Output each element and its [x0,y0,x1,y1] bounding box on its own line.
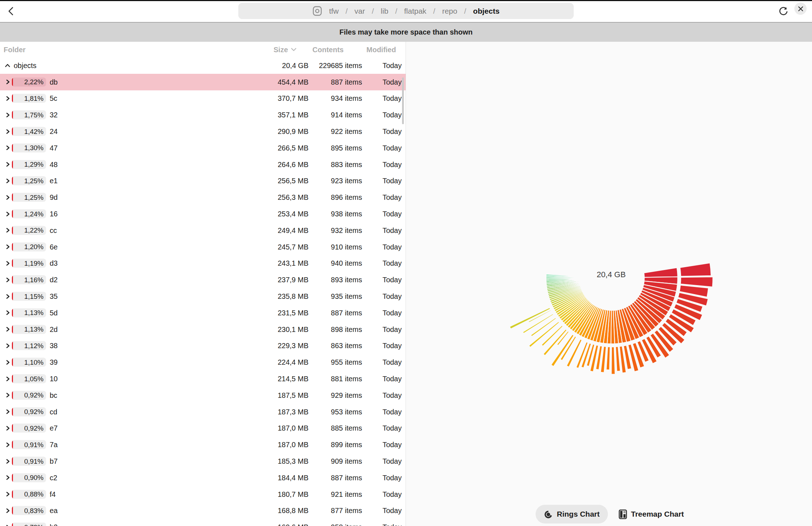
table-row-c2[interactable]: 0,90%c2184,4 MB887 itemsToday [0,469,406,486]
expand-icon[interactable] [4,193,12,201]
expand-icon[interactable] [4,474,12,482]
folder-modified: Today [383,111,402,119]
percent-value: 0,92% [24,391,44,399]
table-row-39[interactable]: 1,10%39224,4 MB955 itemsToday [0,354,406,370]
ring-child-segment-e7[interactable] [611,347,615,374]
column-header-modified[interactable]: Modified [366,45,396,54]
expand-icon[interactable] [4,523,12,526]
column-header-folder[interactable]: Folder [4,45,26,54]
reload-button[interactable] [775,3,791,19]
ring-child-segment-db[interactable] [680,263,711,277]
expand-icon[interactable] [4,424,12,432]
folder-name: 5d [50,309,58,317]
table-row-cc[interactable]: 1,22%cc249,4 MB932 itemsToday [0,222,406,239]
table-row-b3[interactable]: 0,79%b3160,6 MB958 itemsToday [0,519,406,526]
expand-icon[interactable] [4,259,12,267]
table-row-e1[interactable]: 1,25%e1256,5 MB923 itemsToday [0,173,406,189]
close-button[interactable] [794,3,807,15]
ring-child-segment-7a[interactable] [606,347,610,370]
expand-icon[interactable] [4,144,12,152]
table-row-f4[interactable]: 0,88%f4180,7 MB921 itemsToday [0,486,406,503]
table-row-47[interactable]: 1,30%47266,5 MB895 itemsToday [0,140,406,156]
table-row-48[interactable]: 1,29%48264,6 MB883 itemsToday [0,156,406,173]
expand-icon[interactable] [4,177,12,185]
folder-contents: 863 items [331,342,362,350]
table-row-ea[interactable]: 0,83%ea168,8 MB877 itemsToday [0,503,406,519]
column-header-size[interactable]: Size [274,45,297,54]
expand-icon[interactable] [4,441,12,449]
expand-icon[interactable] [4,111,12,119]
rings-chart-button[interactable]: Rings Chart [536,505,608,523]
expand-icon[interactable] [4,243,12,251]
expand-icon[interactable] [4,408,12,416]
breadcrumb-segment-repo[interactable]: repo [442,7,457,15]
breadcrumb-items: tfw/var/lib/flatpak/repo/objects [329,7,500,15]
expand-icon[interactable] [4,127,12,135]
expand-icon[interactable] [4,309,12,317]
breadcrumb-segment-var[interactable]: var [355,7,365,15]
expand-icon[interactable] [4,161,12,168]
table-row-16[interactable]: 1,24%16253,4 MB938 itemsToday [0,206,406,222]
info-banner: Files may take more space than shown [0,22,812,42]
table-row-b7[interactable]: 0,91%b7185,3 MB909 itemsToday [0,453,406,469]
table-row-6e[interactable]: 1,20%6e245,7 MB910 itemsToday [0,239,406,255]
folder-contents: 877 items [331,507,362,515]
folder-size: 231,5 MB [278,309,308,317]
expand-icon[interactable] [4,375,12,383]
breadcrumb-segment-objects[interactable]: objects [473,7,500,15]
table-row-32[interactable]: 1,75%32357,1 MB914 itemsToday [0,107,406,123]
table-row-e7[interactable]: 0,92%e7187,0 MB885 itemsToday [0,420,406,437]
collapse-icon[interactable] [4,62,12,69]
table-row-24[interactable]: 1,42%24290,9 MB922 itemsToday [0,123,406,140]
table-row-bc[interactable]: 0,92%bc187,5 MB929 itemsToday [0,387,406,404]
breadcrumb-segment-flatpak[interactable]: flatpak [404,7,427,15]
percent-value: 1,29% [24,161,44,168]
ring-segment-db[interactable] [644,268,678,277]
table-row-7a[interactable]: 0,91%7a187,0 MB899 itemsToday [0,436,406,453]
expand-icon[interactable] [4,490,12,498]
folder-contents: 229685 items [319,61,362,69]
expand-icon[interactable] [4,78,12,86]
folder-size: 187,0 MB [278,441,308,449]
table-row-cd[interactable]: 0,92%cd187,3 MB953 itemsToday [0,404,406,420]
expand-icon[interactable] [4,358,12,366]
treemap-chart-button[interactable]: Treemap Chart [614,505,689,523]
expand-icon[interactable] [4,325,12,333]
table-row-2d[interactable]: 1,13%2d230,1 MB898 itemsToday [0,321,406,338]
back-button[interactable] [4,4,19,19]
table-row-38[interactable]: 1,12%38229,3 MB863 itemsToday [0,338,406,354]
table-row-db[interactable]: 2,22%db454,4 MB887 itemsToday [0,74,406,90]
expand-icon[interactable] [4,342,12,350]
table-row-5d[interactable]: 1,13%5d231,5 MB887 itemsToday [0,305,406,321]
table-row-objects[interactable]: objects20,4 GB229685 itemsToday [0,57,406,74]
folder-name: e7 [50,424,58,432]
scrollbar-thumb[interactable] [402,77,404,124]
folder-size: 256,5 MB [278,177,308,185]
expand-icon[interactable] [4,210,12,218]
percent-bar: 0,79% [12,523,46,526]
expand-icon[interactable] [4,276,12,284]
folder-modified: Today [383,490,402,498]
table-row-35[interactable]: 1,15%35235,8 MB935 itemsToday [0,288,406,305]
table-row-9d[interactable]: 1,25%9d256,3 MB896 itemsToday [0,189,406,206]
folder-name: 9d [50,193,58,202]
percent-value: 1,13% [24,325,44,333]
table-row-d2[interactable]: 1,16%d2237,9 MB893 itemsToday [0,271,406,288]
breadcrumb[interactable]: tfw/var/lib/flatpak/repo/objects [238,3,574,19]
expand-icon[interactable] [4,94,12,102]
table-row-5c[interactable]: 1,81%5c370,7 MB934 itemsToday [0,90,406,107]
expand-icon[interactable] [4,391,12,399]
expand-icon[interactable] [4,457,12,465]
table-row-d3[interactable]: 1,19%d3243,1 MB940 itemsToday [0,255,406,272]
folder-contents: 896 items [331,193,362,202]
expand-icon[interactable] [4,226,12,234]
folder-name: 48 [50,160,58,168]
breadcrumb-segment-tfw[interactable]: tfw [329,7,339,15]
expand-icon[interactable] [4,292,12,300]
folder-size: 180,7 MB [278,490,308,498]
breadcrumb-segment-lib[interactable]: lib [381,7,388,15]
column-header-contents[interactable]: Contents [312,45,344,54]
expand-icon[interactable] [4,507,12,514]
table-row-10[interactable]: 1,05%10214,5 MB881 itemsToday [0,370,406,387]
percent-bar: 0,92% [12,391,46,400]
